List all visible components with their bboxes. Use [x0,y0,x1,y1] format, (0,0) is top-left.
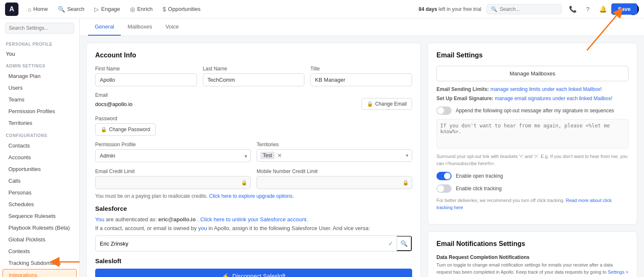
mobile-credit-input[interactable] [257,176,412,189]
app-logo[interactable]: A [5,3,18,16]
permission-select-wrapper[interactable]: Admin ▾ [95,149,251,162]
sidebar: PERSONAL PROFILE You ADMIN SETTINGS Mana… [0,18,80,277]
global-search[interactable]: 🔍 [486,4,562,14]
permission-group: Permission Profile Admin ▾ [95,142,251,162]
salesforce-title: Salesforce [95,205,412,212]
disconnect-salesloft-button[interactable]: ⚡ Disconnect Salesloft [95,269,412,277]
sidebar-search-wrapper[interactable] [0,18,79,38]
search-input[interactable] [500,6,557,12]
content-area: Account Info First Name Last Name Title [80,36,644,277]
name-row: First Name Last Name Title [95,66,412,86]
territories-field[interactable]: Test ✕ ▾ [257,149,412,162]
nav-search[interactable]: 🔍 Search [54,3,88,15]
title-input[interactable] [310,73,412,86]
territory-tag: Test [260,152,275,159]
account-info-card: Account Info First Name Last Name Title [86,43,421,277]
email-credit-label: Email Credit Limit [95,168,135,174]
sidebar-item-tracking-subdomains[interactable]: Tracking Subdomains [3,257,77,269]
sidebar-item-opportunities[interactable]: Opportunities [3,163,77,175]
title-label: Title [310,66,412,72]
sidebar-item-accounts[interactable]: Accounts [3,152,77,163]
sf-user-check-button[interactable]: ✓ [385,237,397,250]
notif-data-request-title: Data Request Completion Notifications [436,254,628,260]
sidebar-you[interactable]: You [0,48,79,60]
email-limit-row: Email Sending Limits: manage sending lim… [436,86,628,92]
sidebar-item-playbook-rulesets[interactable]: Playbook Rulesets (Beta) [3,222,77,233]
tab-mailboxes[interactable]: Mailboxes [121,18,159,36]
left-panel: Account Info First Name Last Name Title [86,43,421,277]
nav-home[interactable]: ⌂ Home [23,3,52,15]
nav-enrich[interactable]: ◎ Enrich [126,3,157,15]
email-notifications-title: Email Notifications Settings [436,240,628,248]
enrich-icon: ◎ [130,6,135,13]
upgrade-link[interactable]: Click here to explore upgrade options. [209,193,294,199]
sf-unlink-link[interactable]: Click here to unlink your Salesforce acc… [200,216,308,223]
admin-settings-label: ADMIN SETTINGS [0,60,79,70]
mobile-credit-label: Mobile Number Credit Limit [257,168,317,174]
nav-opportunities[interactable]: $ Opportunities [158,3,205,15]
opt-out-textarea[interactable] [436,119,628,148]
first-name-group: First Name [95,66,197,86]
sidebar-item-global-picklists[interactable]: Global Picklists [3,234,77,245]
mobile-credit-lock-icon: 🔒 [402,180,409,186]
tab-voice[interactable]: Voice [159,18,186,36]
permission-territories-row: Permission Profile Admin ▾ Territories [95,142,412,162]
open-tracking-label: Enable open tracking [456,173,503,179]
main-content: General Mailboxes Voice Account Info Fir… [80,18,644,277]
signature-link[interactable]: manage email signatures under each linke… [495,96,612,101]
sidebar-item-calls[interactable]: Calls [3,175,77,186]
change-password-button[interactable]: 🔒 Change Password [95,123,156,136]
email-credit-input[interactable] [95,176,251,189]
notifications-icon-btn[interactable]: 🔔 [597,3,609,15]
save-button[interactable]: Save [611,3,637,15]
tab-general[interactable]: General [88,18,121,36]
sf-you-link[interactable]: You [95,216,104,223]
email-notifications-card: Email Notifications Settings Data Reques… [428,231,637,277]
upgrade-message: You must be on a paying plan to realloca… [95,193,412,199]
sidebar-item-territories[interactable]: Territories [3,117,77,129]
territory-remove-icon[interactable]: ✕ [277,152,282,159]
sidebar-item-contexts[interactable]: Contexts [3,246,77,257]
salesloft-icon: ⚡ [222,273,229,277]
email-credit-lock-icon: 🔒 [241,180,247,186]
open-tracking-toggle[interactable] [436,172,452,180]
sf-assign-you[interactable]: you [198,225,207,231]
sidebar-item-permission-profiles[interactable]: Permission Profiles [3,106,77,117]
search-icon: 🔍 [491,6,497,12]
opt-out-toggle[interactable] [436,106,452,115]
last-name-input[interactable] [203,73,305,86]
sidebar-item-schedules[interactable]: Schedules [3,199,77,210]
sidebar-item-teams[interactable]: Teams [3,94,77,105]
email-row: docs@apollo.io 🔒 Change Email [95,98,412,110]
salesloft-title: Salesloft [95,257,412,264]
sidebar-item-users[interactable]: Users [3,82,77,93]
sidebar-search-input[interactable] [5,23,74,34]
lock-icon: 🔒 [367,101,373,107]
manage-mailboxes-button[interactable]: Manage Mailboxes [436,66,628,81]
tabs-bar: General Mailboxes Voice [80,18,644,36]
search-nav-icon: 🔍 [58,6,65,13]
sidebar-item-sequence-rulesets[interactable]: Sequence Rulesets [3,210,77,222]
sending-limits-link[interactable]: manage sending limits under each linked … [491,86,602,92]
opt-out-label: Append the following opt-out message aft… [456,108,614,114]
phone-icon-btn[interactable]: 📞 [567,3,579,15]
change-email-button[interactable]: 🔒 Change Email [361,98,412,110]
sidebar-item-personas[interactable]: Personas [3,187,77,198]
email-settings-title: Email Settings [436,52,628,59]
mobile-credit-wrap: Mobile Number Credit Limit 🔒 [257,168,412,189]
sidebar-item-integrations[interactable]: Integrations [3,269,77,277]
sf-user-search-button[interactable]: 🔍 [397,236,412,251]
first-name-input[interactable] [95,73,197,86]
sidebar-item-manage-plan[interactable]: Manage Plan [3,70,77,82]
email-label: Email [95,92,412,98]
click-tracking-toggle[interactable] [436,184,452,193]
help-icon-btn[interactable]: ? [582,3,594,15]
password-label: Password [95,116,412,122]
nav-engage[interactable]: ▷ Engage [90,3,124,15]
email-credit-wrap: Email Credit Limit 🔒 [95,168,251,189]
sf-user-input[interactable] [96,237,385,250]
permission-select[interactable]: Admin [95,149,251,162]
sidebar-item-contacts[interactable]: Contacts [3,140,77,151]
personal-profile-label: PERSONAL PROFILE [0,38,79,48]
lock-icon-pwd: 🔒 [101,127,107,132]
